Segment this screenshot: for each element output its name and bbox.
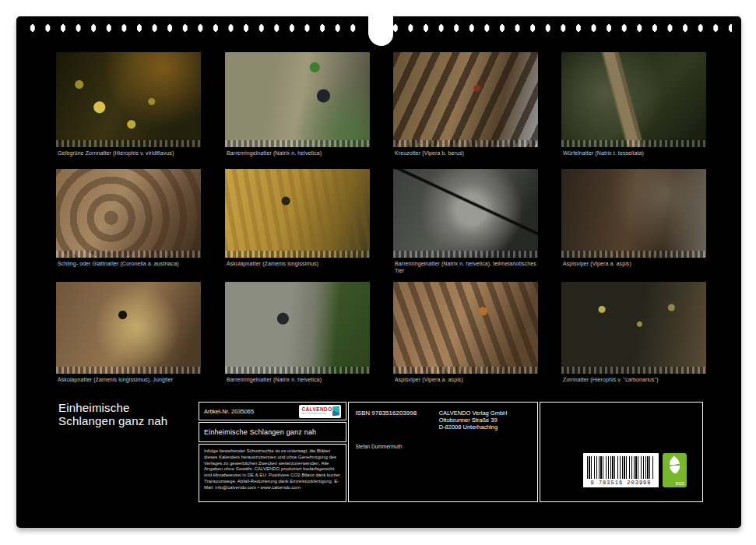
leaf-icon: [666, 456, 684, 475]
title-box: Einheimische Schlangen ganz nah: [199, 422, 346, 442]
photo-cell: Äskulapnatter (Zamenis longissimus): [225, 169, 370, 268]
photo-cell: Barrenringelnatter (Natrix n. helvetica)…: [393, 169, 538, 274]
binding-holes-right: [388, 22, 732, 34]
barcode-digits: 9 783516 203998: [587, 480, 655, 486]
photo-caption: Barrenringelnatter (Natrix n. helvetica): [227, 150, 370, 157]
photo-barrenringelnatter-melanotisch: [393, 169, 538, 258]
photo-caption: Kreuzotter (Vipera b. berus): [395, 150, 538, 157]
photo-cell: Aspisviper (Vipera a. aspis): [561, 169, 706, 268]
photo-caption: Barrenringelnatter (Natrix n. helvetica)…: [395, 261, 538, 274]
photo-caption: Aspisviper (Vipera a. aspis): [563, 261, 706, 268]
photo-schlingnatter: [56, 169, 201, 258]
isbn-number: ISBN 9783516203998: [355, 410, 417, 431]
photo-caption: Äskulapnatter (Zamenis longissimus), Jun…: [58, 377, 201, 384]
article-number: Artikel-Nr. 2035065: [204, 408, 254, 415]
photo-gelbgruene-zornnatter: [56, 52, 201, 147]
isbn-publisher-row: ISBN 9783516203998 CALVENDO Verlag GmbH …: [355, 410, 530, 431]
photo-barrenringelnatter-1: [225, 52, 370, 147]
author-name: Stefan Dummermuth: [355, 444, 530, 449]
photo-cell: Schling- oder Glattnatter (Coronella a. …: [56, 169, 201, 268]
article-number-box: Artikel-Nr. 2035065 CALVENDO Der Kalende…: [199, 402, 346, 420]
photo-caption: Aspisviper (Vipera a. aspis): [395, 377, 538, 384]
photo-cell: Barrenringelnatter (Natrix n. helvetica): [225, 282, 370, 384]
barcode-group: 9 783516 203998 eco: [583, 453, 687, 487]
photo-caption: Zornnatter (Hierophis v. "carbonarius"): [563, 377, 706, 384]
ean-barcode: 9 783516 203998: [583, 453, 659, 487]
hanger-notch: [368, 15, 393, 46]
photo-cell: Zornnatter (Hierophis v. "carbonarius"): [561, 282, 706, 384]
photo-barrenringelnatter-2: [225, 282, 370, 374]
info-left-column: Artikel-Nr. 2035065 CALVENDO Der Kalende…: [199, 402, 346, 502]
photo-cell: Kreuzotter (Vipera b. berus): [393, 52, 538, 157]
photo-cell: Aspisviper (Vipera a. aspis): [393, 282, 538, 384]
photo-caption: Schling- oder Glattnatter (Coronella a. …: [58, 261, 201, 268]
photo-cell: Barrenringelnatter (Natrix n. helvetica): [225, 52, 370, 157]
calvendo-logo-text: CALVENDO Der Kalenderverlag: [301, 407, 332, 416]
barcode-bars: [587, 456, 655, 479]
info-middle-column: ISBN 9783516203998 CALVENDO Verlag GmbH …: [348, 402, 537, 502]
photo-caption: Würfelnatter (Natrix t. tessellata): [563, 150, 706, 157]
photo-aspisviper-1: [561, 169, 706, 258]
photo-wuerfelnatter: [561, 52, 706, 147]
legal-box: Infolge bestehender Schutzrechte ist es …: [199, 444, 346, 502]
photo-kreuzotter: [393, 52, 538, 147]
photo-cell: Äskulapnatter (Zamenis longissimus), Jun…: [56, 282, 201, 384]
binding-holes-left: [25, 22, 362, 34]
legal-text: Infolge bestehender Schutzrechte ist es …: [204, 448, 341, 491]
photo-aeskulapnatter: [225, 169, 370, 258]
calendar-title: Einheimische Schlangen ganz nah: [58, 401, 167, 427]
eco-badge: eco: [663, 453, 687, 487]
calvendo-tagline: Der Kalenderverlag: [301, 413, 332, 415]
calvendo-logo: CALVENDO Der Kalenderverlag: [299, 405, 341, 418]
photo-cell: Gelbgrüne Zornnatter (Hierophis v. virid…: [56, 52, 201, 157]
photo-caption: Gelbgrüne Zornnatter (Hierophis v. virid…: [58, 150, 201, 157]
photo-cell: Würfelnatter (Natrix t. tessellata): [561, 52, 706, 157]
photo-caption: Äskulapnatter (Zamenis longissimus): [227, 261, 370, 268]
title-box-text: Einheimische Schlangen ganz nah: [204, 428, 316, 436]
publisher-info-panel: Artikel-Nr. 2035065 CALVENDO Der Kalende…: [199, 402, 703, 502]
photo-zornnatter-carbonarius: [561, 282, 706, 374]
publisher-address: CALVENDO Verlag GmbH Ottobrunner Straße …: [439, 410, 531, 431]
photo-caption: Barrenringelnatter (Natrix n. helvetica): [227, 377, 370, 384]
photo-aeskulapnatter-jungtier: [56, 282, 201, 374]
info-right-column: 9 783516 203998 eco: [540, 402, 703, 502]
eco-label: eco: [676, 480, 684, 486]
calvendo-page-icon: [332, 406, 339, 417]
calendar-back-page: Gelbgrüne Zornnatter (Hierophis v. virid…: [16, 16, 741, 528]
photo-aspisviper-2: [393, 282, 538, 374]
